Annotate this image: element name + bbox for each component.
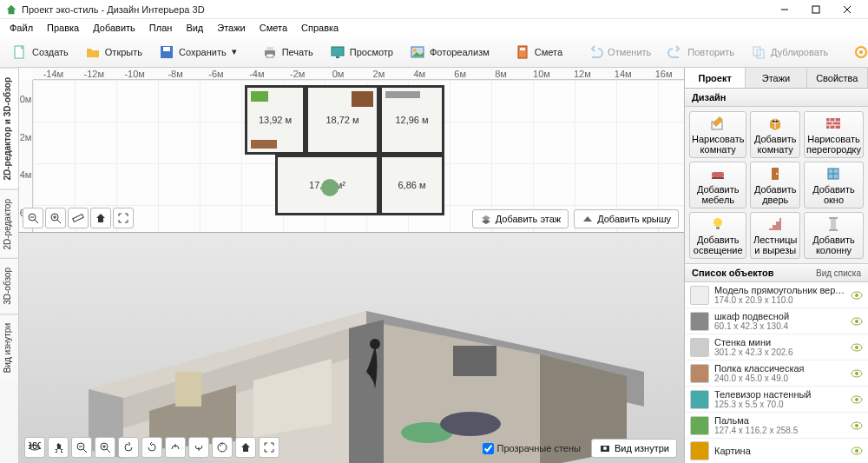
tab-floors[interactable]: Этажи	[746, 68, 806, 88]
visibility-icon[interactable]	[851, 445, 863, 457]
tab-properties[interactable]: Свойства	[807, 68, 868, 88]
monitor-icon	[329, 43, 346, 61]
duplicate-button[interactable]: Дублировать	[744, 40, 834, 64]
close-button[interactable]	[832, 1, 863, 18]
add-window-button[interactable]: Добавить окно	[804, 162, 864, 208]
list-item[interactable]: Пальма127.4 x 116.2 x 258.5	[685, 413, 868, 439]
menu-floors[interactable]: Этажи	[211, 21, 251, 35]
draw-partition-button[interactable]: Нарисовать перегородку	[804, 111, 864, 158]
add-furniture-button[interactable]: Добавить мебель	[689, 162, 746, 208]
cube-add-icon	[766, 114, 785, 133]
tilt-up-button[interactable]	[165, 437, 186, 458]
stairs-button[interactable]: Лестницы и вырезы	[750, 212, 800, 259]
settings-button[interactable]	[846, 40, 868, 64]
inside-view-button[interactable]: Вид изнутри	[591, 439, 677, 458]
menu-edit[interactable]: Правка	[41, 21, 85, 35]
vtab-2d[interactable]: 2D-редактор	[0, 189, 18, 259]
photorealism-button[interactable]: Фотореализм	[403, 40, 496, 64]
fit-button[interactable]	[113, 208, 134, 228]
add-room-button[interactable]: Добавить комнату	[750, 111, 800, 158]
minimize-button[interactable]	[769, 1, 800, 18]
new-file-icon	[11, 43, 29, 61]
object-thumb	[690, 364, 709, 383]
menu-view[interactable]: Вид	[180, 21, 209, 35]
visibility-icon[interactable]	[851, 367, 863, 380]
undo-button[interactable]: Отменить	[581, 40, 657, 64]
tilt-down-button[interactable]	[188, 437, 209, 458]
vtab-inside[interactable]: Вид изнутри	[0, 314, 18, 381]
open-button[interactable]: Открыть	[78, 40, 148, 64]
measure-button[interactable]	[68, 208, 89, 228]
add-column-button[interactable]: Добавить колонну	[804, 212, 864, 259]
menu-plan[interactable]: План	[143, 21, 179, 35]
print-button[interactable]: Печать	[255, 40, 319, 64]
pan-button[interactable]	[48, 437, 69, 458]
list-item[interactable]: Стенка мини301.2 x 42.3 x 202.6	[685, 334, 868, 360]
estimate-button[interactable]: Смета	[508, 40, 569, 64]
floorplan[interactable]: 13,92 м 18,72 м 12,96 м 17,65 м² 6,86 м	[245, 85, 444, 215]
zoom-out-button[interactable]	[23, 208, 43, 228]
list-item[interactable]: Картина	[685, 439, 868, 463]
home-button[interactable]	[90, 208, 111, 228]
visibility-icon[interactable]	[851, 420, 863, 432]
visibility-icon[interactable]	[851, 341, 863, 354]
reset-view-button[interactable]	[212, 437, 233, 458]
right-panel: Проект Этажи Свойства Дизайн Нарисовать …	[684, 68, 868, 463]
object-list[interactable]: Модель прямоугольник вертик...174.0 x 20…	[685, 282, 868, 463]
list-item[interactable]: Телевизор настенный125.3 x 5.5 x 70.0	[685, 387, 868, 413]
visibility-icon[interactable]	[851, 315, 863, 327]
editor-2d-tools	[23, 208, 134, 228]
svg-rect-51	[716, 227, 720, 229]
svg-point-33	[370, 339, 380, 349]
menu-estimate[interactable]: Смета	[253, 21, 293, 35]
tab-project[interactable]: Проект	[685, 68, 746, 88]
editor-2d[interactable]: -14м-12м-10м-8м-6м-4м-2м0м2м4м6м8м10м12м…	[19, 68, 684, 233]
titlebar: Проект эко-стиль - Дизайн Интерьера 3D	[0, 0, 868, 19]
add-roof-button[interactable]: Добавить крышу	[574, 209, 679, 228]
svg-point-10	[413, 49, 417, 52]
orbit-button[interactable]: 360	[24, 437, 45, 458]
list-view-mode[interactable]: Вид списка	[816, 268, 861, 278]
fit-3d-button[interactable]	[259, 437, 279, 458]
image-icon	[409, 43, 426, 61]
maximize-button[interactable]	[800, 1, 832, 18]
zoom-in-button[interactable]	[45, 208, 66, 228]
rotate-right-button[interactable]	[141, 437, 162, 458]
transparent-walls-checkbox[interactable]: Прозрачные стены	[483, 443, 581, 454]
home-3d-button[interactable]	[235, 437, 256, 458]
design-header: Дизайн	[685, 89, 868, 107]
add-door-button[interactable]: Добавить дверь	[750, 162, 800, 208]
brick-wall-icon	[824, 114, 843, 133]
svg-rect-35	[453, 346, 496, 376]
rotate-left-button[interactable]	[118, 437, 139, 458]
menu-file[interactable]: Файл	[3, 21, 39, 35]
object-list-header: Список объектов Вид списка	[685, 263, 868, 282]
create-button[interactable]: Создать	[5, 40, 75, 64]
svg-rect-52	[831, 218, 836, 230]
draw-room-button[interactable]: Нарисовать комнату	[689, 111, 746, 158]
zoom-in-3d-button[interactable]	[95, 437, 115, 458]
view-3d[interactable]: 360 Прозрачные стены Вид изнутри	[19, 233, 684, 463]
redo-button[interactable]: Повторить	[661, 40, 740, 64]
menu-help[interactable]: Справка	[295, 21, 345, 35]
list-item[interactable]: Полка классическая240.0 x 45.0 x 49.0	[685, 360, 868, 387]
lightbulb-icon	[708, 215, 727, 234]
menu-add[interactable]: Добавить	[87, 21, 141, 35]
app-icon	[5, 3, 17, 16]
door-icon	[766, 164, 785, 183]
add-lighting-button[interactable]: Добавить освещение	[689, 212, 746, 259]
preview-button[interactable]: Просмотр	[323, 40, 399, 64]
save-button[interactable]: Сохранить▾	[152, 40, 243, 64]
list-item[interactable]: шкаф подвесной60.1 x 42.3 x 130.4	[685, 308, 868, 334]
view-3d-tools: 360	[24, 437, 279, 458]
vtab-2d-3d[interactable]: 2D-редактор и 3D-обзор	[0, 68, 18, 189]
vtab-3d[interactable]: 3D-обзор	[0, 258, 18, 314]
add-floor-button[interactable]: Добавить этаж	[472, 209, 569, 228]
svg-point-42	[603, 446, 607, 450]
list-item[interactable]: Модель прямоугольник вертик...174.0 x 20…	[685, 282, 868, 308]
object-thumb	[690, 441, 709, 460]
visibility-icon[interactable]	[851, 394, 863, 406]
zoom-out-3d-button[interactable]	[71, 437, 92, 458]
duplicate-icon	[750, 43, 767, 61]
visibility-icon[interactable]	[851, 289, 863, 301]
